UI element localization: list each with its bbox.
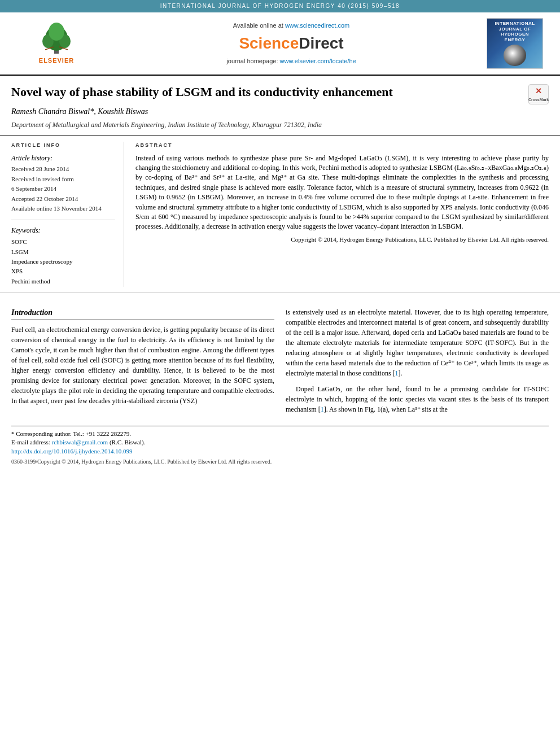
- intro-section-title: Introduction: [11, 307, 274, 320]
- journal-header-text: INTERNATIONAL JOURNAL OF HYDROGEN ENERGY…: [160, 3, 400, 9]
- journal-homepage: journal homepage: www.elsevier.com/locat…: [102, 57, 481, 65]
- keyword-xps: XPS: [11, 267, 115, 276]
- article-info-column: ARTICLE INFO Article history: Received 2…: [11, 142, 124, 287]
- sciencedirect-logo: ScienceDirect: [102, 32, 481, 54]
- available-online-text: Available online at www.sciencedirect.co…: [102, 21, 481, 30]
- higher-word: higher: [95, 346, 113, 354]
- abstract-text: Instead of using various methods to synt…: [135, 154, 549, 232]
- article-history: Article history: Received 28 June 2014 R…: [11, 154, 115, 213]
- history-label: Article history:: [11, 154, 115, 163]
- article-info-label: ARTICLE INFO: [11, 142, 115, 149]
- crossmark-label: CrossMark: [528, 97, 549, 103]
- sciencedirect-area: Available online at www.sciencedirect.co…: [102, 21, 481, 65]
- article-authors: Ramesh Chandra Biswal*, Koushik Biswas: [11, 106, 549, 117]
- body-column-right: is extensively used as an electrolyte ma…: [286, 307, 549, 420]
- ref-1a[interactable]: 1: [395, 369, 399, 377]
- intro-paragraph-3: Doped LaGaO₃, on the other hand, found t…: [286, 384, 549, 414]
- elsevier-tree-icon: [34, 21, 79, 55]
- ref-1b[interactable]: 1: [321, 405, 324, 413]
- doi-link[interactable]: http://dx.doi.org/10.1016/j.ijhydene.201…: [11, 448, 133, 455]
- journal-cover-area: InternationalJournal ofHYDROGENENERGY: [481, 18, 549, 69]
- received-revised-label: Received in revised form: [11, 175, 115, 184]
- abstract-column: ABSTRACT Instead of using various method…: [135, 142, 549, 287]
- author-email-link[interactable]: rchbiswal@gmail.com: [51, 439, 108, 445]
- crossmark-badge[interactable]: ✕ CrossMark: [528, 84, 549, 104]
- elsevier-logo: ELSEVIER: [11, 21, 102, 65]
- keywords-label: Keywords:: [11, 226, 115, 235]
- keyword-pechini: Pechini method: [11, 277, 115, 286]
- intro-paragraph-1: Fuel cell, an electrochemical energy con…: [11, 325, 274, 406]
- main-content-area: Introduction Fuel cell, an electrochemic…: [0, 293, 560, 474]
- cover-visual: [504, 45, 526, 66]
- footnote-copyright: 0360-3199/Copyright © 2014, Hydrogen Ene…: [11, 458, 549, 466]
- abstract-copyright: Copyright © 2014, Hydrogen Energy Public…: [135, 235, 549, 244]
- article-affiliation: Department of Metallurgical and Material…: [11, 120, 549, 130]
- keyword-impedance: Impedance spectroscopy: [11, 257, 115, 266]
- body-two-column-layout: Introduction Fuel cell, an electrochemic…: [11, 307, 549, 420]
- keyword-sofc: SOFC: [11, 238, 115, 246]
- elsevier-wordmark: ELSEVIER: [39, 56, 74, 65]
- journal-header-bar: INTERNATIONAL JOURNAL OF HYDROGEN ENERGY…: [0, 0, 560, 12]
- available-online-date: Available online 13 November 2014: [11, 204, 115, 213]
- corresponding-author: * Corresponding author. Tel.: +91 3222 2…: [11, 430, 549, 438]
- abstract-label: ABSTRACT: [135, 142, 549, 149]
- received-date: Received 28 June 2014: [11, 165, 115, 173]
- elsevier-logo-area: ELSEVIER: [11, 21, 102, 65]
- article-title-section: ✕ CrossMark Novel way of phase stability…: [0, 76, 560, 136]
- footnote-section: * Corresponding author. Tel.: +91 3222 2…: [11, 426, 549, 466]
- crossmark-container: ✕ CrossMark: [528, 84, 549, 104]
- doi-line: http://dx.doi.org/10.1016/j.ijhydene.201…: [11, 447, 549, 456]
- svg-point-4: [49, 23, 64, 41]
- info-divider: [11, 220, 115, 220]
- sciencedirect-url-link[interactable]: www.sciencedirect.com: [285, 22, 349, 29]
- keyword-lsgm: LSGM: [11, 248, 115, 256]
- body-column-left: Introduction Fuel cell, an electrochemic…: [11, 307, 274, 420]
- publisher-header: ELSEVIER Available online at www.science…: [0, 12, 560, 76]
- email-line: E-mail address: rchbiswal@gmail.com (R.C…: [11, 438, 549, 447]
- journal-homepage-link[interactable]: www.elsevier.com/locate/he: [280, 58, 356, 64]
- journal-cover-image: InternationalJournal ofHYDROGENENERGY: [487, 18, 543, 69]
- revised-date: 6 September 2014: [11, 185, 115, 193]
- article-main-title: Novel way of phase stability of LSGM and…: [11, 84, 549, 101]
- keywords-section: Keywords: SOFC LSGM Impedance spectrosco…: [11, 226, 115, 286]
- article-info-abstract-layout: ARTICLE INFO Article history: Received 2…: [0, 136, 560, 293]
- accepted-date: Accepted 22 October 2014: [11, 195, 115, 203]
- intro-paragraph-2: is extensively used as an electrolyte ma…: [286, 307, 549, 378]
